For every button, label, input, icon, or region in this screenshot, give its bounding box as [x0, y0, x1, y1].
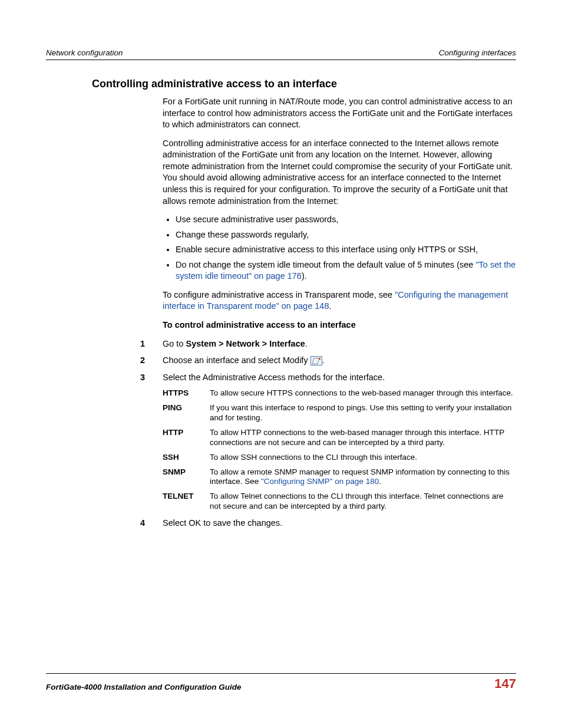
- list-item: Use secure administrative user passwords…: [176, 214, 516, 226]
- text: .: [379, 477, 381, 486]
- step-body: Select the Administrative Access methods…: [163, 372, 516, 384]
- list-item: Enable secure administrative access to t…: [176, 244, 516, 256]
- paragraph: To configure administrative access in Tr…: [163, 289, 516, 312]
- step: 4 Select OK to save the changes.: [140, 518, 516, 529]
- step-body: Go to System > Network > Interface.: [163, 338, 516, 350]
- definition-term: HTTPS: [163, 388, 210, 398]
- text: Do not change the system idle timeout fr…: [176, 260, 475, 269]
- definition-term: SSH: [163, 453, 210, 463]
- text: .: [329, 301, 331, 311]
- section-heading: Controlling administrative access to an …: [92, 78, 516, 90]
- definition-term: PING: [163, 403, 210, 423]
- procedure-heading: To control administrative access to an i…: [163, 319, 516, 331]
- body-text: For a FortiGate unit running in NAT/Rout…: [163, 96, 516, 331]
- list-item: Do not change the system idle timeout fr…: [176, 259, 516, 282]
- text: Choose an interface and select Modify: [163, 355, 310, 365]
- footer-title: FortiGate-4000 Installation and Configur…: [46, 683, 242, 691]
- modify-icon: [310, 356, 322, 365]
- text: ).: [302, 271, 307, 281]
- step-body: Select OK to save the changes.: [163, 518, 516, 529]
- text: .: [305, 339, 308, 348]
- definition-term: SNMP: [163, 467, 210, 487]
- definition-row: HTTPS To allow secure HTTPS connections …: [163, 388, 516, 398]
- definition-term: TELNET: [163, 492, 210, 512]
- definition-desc: To allow Telnet connections to the CLI t…: [210, 492, 516, 512]
- bullet-list: Use secure administrative user passwords…: [163, 214, 516, 282]
- header-right: Configuring interfaces: [439, 48, 516, 57]
- definition-row: SSH To allow SSH connections to the CLI …: [163, 453, 516, 463]
- step-number: 1: [140, 338, 163, 350]
- definition-row: SNMP To allow a remote SNMP manager to r…: [163, 467, 516, 487]
- definition-row: PING If you want this interface to respo…: [163, 403, 516, 423]
- definition-desc: To allow SSH connections to the CLI thro…: [210, 453, 516, 463]
- step-body: Choose an interface and select Modify .: [163, 355, 516, 367]
- header-left: Network configuration: [46, 48, 123, 57]
- text: Go to: [163, 339, 186, 348]
- page-number: 147: [494, 676, 516, 691]
- step: 1 Go to System > Network > Interface.: [140, 338, 516, 350]
- step-number: 3: [140, 372, 163, 384]
- step-number: 4: [140, 518, 163, 529]
- definition-desc: If you want this interface to respond to…: [210, 403, 516, 423]
- definition-desc: To allow HTTP connections to the web-bas…: [210, 428, 516, 448]
- step-number: 2: [140, 355, 163, 367]
- definition-term: HTTP: [163, 428, 210, 448]
- text: To configure administrative access in Tr…: [163, 290, 395, 299]
- definition-row: HTTP To allow HTTP connections to the we…: [163, 428, 516, 448]
- definition-desc: To allow a remote SNMP manager to reques…: [210, 467, 516, 487]
- menu-path: System > Network > Interface: [186, 339, 305, 348]
- paragraph: For a FortiGate unit running in NAT/Rout…: [163, 96, 516, 131]
- definition-list: HTTPS To allow secure HTTPS connections …: [163, 388, 516, 512]
- page-content: Network configuration Configuring interf…: [0, 0, 562, 529]
- xref-link[interactable]: "Configuring SNMP" on page 180: [261, 477, 379, 486]
- running-footer: FortiGate-4000 Installation and Configur…: [46, 673, 516, 691]
- paragraph: Controlling administrative access for an…: [163, 138, 516, 207]
- definition-desc: To allow secure HTTPS connections to the…: [210, 388, 516, 398]
- definition-row: TELNET To allow Telnet connections to th…: [163, 492, 516, 512]
- running-header: Network configuration Configuring interf…: [46, 48, 516, 60]
- text: .: [322, 355, 325, 365]
- step: 3 Select the Administrative Access metho…: [140, 372, 516, 384]
- step-list: 4 Select OK to save the changes.: [140, 518, 516, 529]
- list-item: Change these passwords regularly,: [176, 229, 516, 241]
- step: 2 Choose an interface and select Modify …: [140, 355, 516, 367]
- step-list: 1 Go to System > Network > Interface. 2 …: [140, 338, 516, 384]
